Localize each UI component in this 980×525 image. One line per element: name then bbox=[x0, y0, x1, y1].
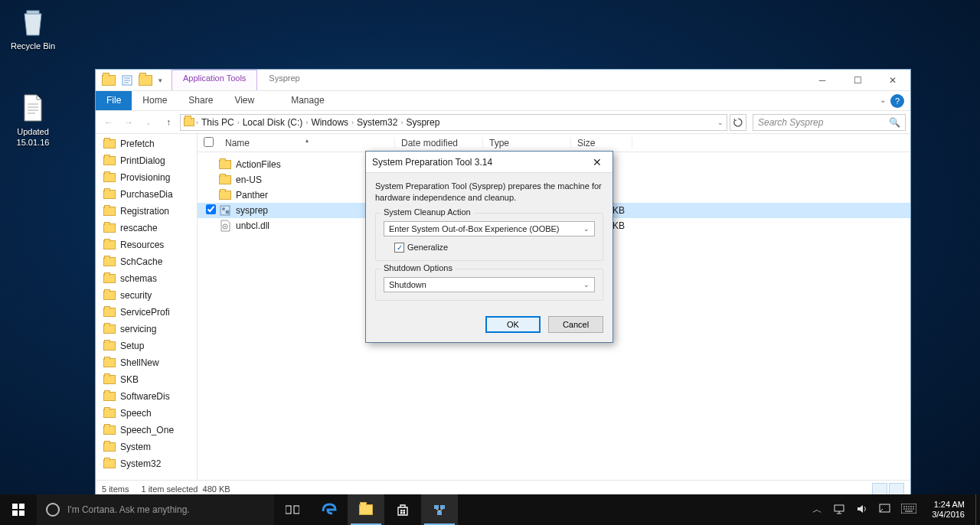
ribbon-manage[interactable]: Manage bbox=[280, 91, 335, 110]
refresh-button[interactable] bbox=[730, 114, 746, 131]
col-size[interactable]: Size bbox=[571, 138, 632, 148]
context-tab[interactable]: Application Tools bbox=[172, 70, 257, 90]
nav-item[interactable]: PurchaseDia bbox=[96, 186, 197, 203]
cancel-button[interactable]: Cancel bbox=[548, 316, 603, 333]
view-large-button[interactable] bbox=[889, 483, 904, 495]
help-icon[interactable]: ? bbox=[890, 94, 904, 108]
history-dropdown-icon[interactable]: ⌄ bbox=[140, 114, 157, 131]
crumb-c[interactable]: Local Disk (C:) bbox=[241, 117, 305, 128]
dialog-titlebar[interactable]: System Preparation Tool 3.14 ✕ bbox=[366, 152, 612, 173]
tray-keyboard-icon[interactable] bbox=[901, 504, 916, 516]
tray-notifications-icon[interactable] bbox=[879, 503, 890, 517]
nav-item[interactable]: security bbox=[96, 287, 197, 304]
close-button[interactable]: ✕ bbox=[875, 70, 910, 90]
back-button[interactable]: ← bbox=[100, 114, 117, 131]
dialog-close-button[interactable]: ✕ bbox=[582, 156, 612, 168]
tray-network-icon[interactable] bbox=[833, 504, 845, 517]
clock[interactable]: 1:24 AM 3/4/2016 bbox=[927, 500, 969, 520]
svg-rect-21 bbox=[403, 510, 406, 512]
nav-item[interactable]: System32 bbox=[96, 455, 197, 472]
folder-icon bbox=[219, 175, 231, 184]
svg-rect-19 bbox=[294, 506, 299, 514]
start-button[interactable] bbox=[0, 494, 37, 525]
svg-rect-22 bbox=[400, 512, 403, 514]
address-bar[interactable]: › This PC› Local Disk (C:)› Windows› Sys… bbox=[180, 114, 727, 131]
ribbon-share[interactable]: Share bbox=[178, 91, 224, 110]
explorer-taskbar-icon[interactable] bbox=[348, 494, 384, 525]
col-date[interactable]: Date modified bbox=[395, 138, 483, 148]
nav-item[interactable]: rescache bbox=[96, 220, 197, 236]
folder-icon bbox=[103, 139, 116, 148]
minimize-button[interactable]: ─ bbox=[805, 70, 840, 90]
nav-item[interactable]: PrintDialog bbox=[96, 152, 197, 169]
titlebar[interactable]: ▾ Application Tools Sysprep ─ ☐ ✕ bbox=[96, 70, 910, 91]
nav-item[interactable]: Resources bbox=[96, 236, 197, 253]
qat-properties-icon[interactable] bbox=[122, 75, 132, 86]
tray-overflow-icon[interactable]: ︿ bbox=[812, 503, 822, 517]
crumb-windows[interactable]: Windows bbox=[309, 117, 350, 128]
nav-item[interactable]: Provisioning bbox=[96, 169, 197, 186]
recycle-bin-label: Recycle Bin bbox=[5, 41, 61, 52]
nav-item[interactable]: ServiceProfi bbox=[96, 304, 197, 321]
sysprep-dialog: System Preparation Tool 3.14 ✕ System Pr… bbox=[365, 151, 613, 343]
chevron-down-icon: ⌄ bbox=[583, 281, 590, 289]
view-details-button[interactable] bbox=[872, 483, 887, 495]
edge-icon[interactable] bbox=[311, 494, 348, 525]
desktop-file[interactable]: Updated15.01.16 bbox=[5, 92, 61, 148]
dialog-description: System Preparation Tool (Sysprep) prepar… bbox=[375, 181, 603, 204]
qat-dropdown-icon[interactable]: ▾ bbox=[158, 77, 162, 84]
store-icon[interactable] bbox=[384, 494, 421, 525]
row-checkbox[interactable] bbox=[206, 204, 216, 214]
nav-item[interactable]: schemas bbox=[96, 270, 197, 287]
svg-rect-18 bbox=[286, 506, 291, 514]
nav-item[interactable]: Setup bbox=[96, 338, 197, 354]
folder-icon bbox=[103, 409, 116, 418]
col-name[interactable]: Name▴ bbox=[219, 138, 395, 148]
cleanup-dropdown[interactable]: Enter System Out-of-Box Experience (OOBE… bbox=[384, 221, 595, 236]
nav-item[interactable]: Prefetch bbox=[96, 135, 197, 152]
column-headers[interactable]: Name▴ Date modified Type Size bbox=[198, 134, 910, 152]
search-input[interactable] bbox=[758, 117, 889, 128]
ribbon-file[interactable]: File bbox=[96, 91, 132, 110]
task-view-button[interactable] bbox=[274, 494, 311, 525]
nav-item[interactable]: ShellNew bbox=[96, 354, 197, 371]
cortana-icon bbox=[46, 503, 60, 517]
crumb-sysprep[interactable]: Sysprep bbox=[404, 117, 441, 128]
nav-item[interactable]: servicing bbox=[96, 321, 197, 338]
nav-item[interactable]: Registration bbox=[96, 203, 197, 220]
recycle-bin[interactable]: Recycle Bin bbox=[5, 6, 61, 52]
nav-item[interactable]: SKB bbox=[96, 371, 197, 388]
folder-icon bbox=[103, 223, 116, 233]
maximize-button[interactable]: ☐ bbox=[840, 70, 875, 90]
nav-tree[interactable]: PrefetchPrintDialogProvisioningPurchaseD… bbox=[96, 134, 198, 480]
folder-icon bbox=[103, 459, 116, 468]
cortana-search[interactable]: I'm Cortana. Ask me anything. bbox=[37, 494, 274, 525]
nav-item[interactable]: Speech_One bbox=[96, 422, 197, 439]
crumb-thispc[interactable]: This PC bbox=[200, 117, 236, 128]
ribbon-home[interactable]: Home bbox=[132, 91, 178, 110]
qat-newfolder-icon[interactable] bbox=[139, 75, 152, 86]
tray-volume-icon[interactable] bbox=[856, 504, 868, 517]
svg-rect-25 bbox=[440, 505, 445, 509]
search-box[interactable]: 🔍 bbox=[753, 114, 906, 131]
ribbon-expand-icon[interactable]: ⌄ bbox=[875, 91, 890, 110]
up-button[interactable]: ↑ bbox=[160, 114, 177, 131]
show-desktop-button[interactable] bbox=[975, 494, 980, 525]
nav-item[interactable]: SoftwareDis bbox=[96, 388, 197, 405]
ribbon-view[interactable]: View bbox=[224, 91, 265, 110]
search-icon[interactable]: 🔍 bbox=[889, 117, 900, 128]
forward-button[interactable]: → bbox=[120, 114, 137, 131]
col-type[interactable]: Type bbox=[483, 138, 571, 148]
shutdown-dropdown[interactable]: Shutdown ⌄ bbox=[384, 277, 595, 292]
folder-icon bbox=[219, 191, 231, 200]
nav-item[interactable]: SchCache bbox=[96, 253, 197, 270]
sysprep-taskbar-icon[interactable] bbox=[421, 494, 458, 525]
generalize-checkbox[interactable]: ✓ bbox=[394, 243, 404, 253]
ok-button[interactable]: OK bbox=[485, 316, 541, 333]
nav-item[interactable]: Speech bbox=[96, 405, 197, 422]
generalize-label[interactable]: Generalize bbox=[407, 243, 448, 252]
nav-item[interactable]: System bbox=[96, 439, 197, 455]
address-dropdown-icon[interactable]: ⌄ bbox=[717, 119, 724, 126]
select-all-checkbox[interactable] bbox=[204, 137, 214, 147]
crumb-system32[interactable]: System32 bbox=[355, 117, 399, 128]
